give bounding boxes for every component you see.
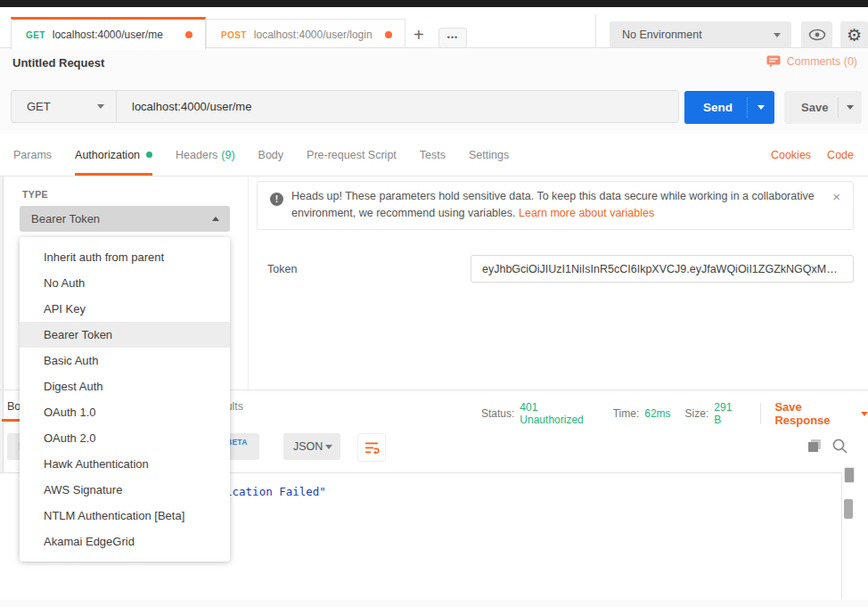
chevron-down-icon [847, 105, 854, 110]
token-input[interactable] [471, 255, 854, 283]
status-value: 401 Unauthorized [520, 401, 598, 426]
divider [760, 403, 761, 424]
cookies-link[interactable]: Cookies [771, 149, 811, 161]
scrollbar-thumb[interactable] [844, 467, 855, 483]
chevron-down-icon [325, 445, 332, 449]
chevron-down-icon [97, 104, 104, 109]
request-tabs: Params Authorization Headers (9) Body Pr… [0, 134, 868, 176]
search-response-button[interactable] [831, 438, 849, 455]
tab-headers[interactable]: Headers (9) [176, 134, 235, 176]
tab-authorization[interactable]: Authorization [75, 134, 152, 176]
language-label: JSON [293, 440, 325, 453]
auth-active-dot-icon [146, 152, 152, 158]
send-button[interactable]: Send [684, 91, 774, 124]
send-label: Send [703, 101, 747, 114]
tab-options-button[interactable]: ••• [438, 28, 467, 48]
code-link[interactable]: Code [827, 149, 854, 161]
token-label: Token [267, 263, 297, 275]
gear-icon: ⚙ [847, 27, 862, 44]
settings-button[interactable]: ⚙ [840, 21, 868, 48]
tab-label: Pre-request Script [307, 149, 397, 161]
save-response-button[interactable]: Save Response [774, 400, 868, 427]
menu-item-inherit-auth[interactable]: Inherit auth from parent [20, 244, 230, 270]
request-url-input[interactable] [117, 91, 678, 122]
comments-label: Comments (0) [787, 55, 857, 68]
menu-item-digest-auth[interactable]: Digest Auth [20, 373, 230, 399]
auth-type-dropdown-menu: Inherit auth from parent No Auth API Key… [20, 237, 230, 562]
request-header-row: Untitled Request Comments (0) [0, 48, 868, 78]
tab-method-badge: GET [26, 30, 45, 40]
tab-post-user-login[interactable]: POST localhost:4000/user/login [206, 19, 405, 50]
new-tab-button[interactable]: + [414, 25, 424, 45]
comments-button[interactable]: Comments (0) [766, 55, 857, 68]
exclamation-icon: ! [270, 193, 283, 206]
unsaved-dot-icon [185, 31, 192, 38]
tab-params[interactable]: Params [13, 134, 52, 176]
menu-item-no-auth[interactable]: No Auth [20, 270, 230, 296]
response-body-text: ication Failed" [225, 485, 326, 498]
method-label: GET [27, 100, 97, 113]
time-label: Time: [613, 407, 640, 420]
menu-item-oauth-2[interactable]: OAuth 2.0 [20, 425, 230, 451]
time-value: 62ms [644, 407, 670, 420]
menu-item-api-key[interactable]: API Key [20, 296, 230, 322]
unsaved-dot-icon [385, 31, 392, 38]
tab-get-user-me[interactable]: GET localhost:4000/user/me [11, 17, 206, 50]
save-response-label: Save Response [774, 400, 854, 427]
status-label: Status: [481, 407, 514, 420]
auth-type-selector[interactable]: Bearer Token [20, 206, 230, 232]
headers-count-badge: (9) [221, 149, 234, 161]
response-language-selector[interactable]: JSON [283, 433, 340, 460]
window-top-edge [0, 0, 868, 7]
environment-quicklook-button[interactable] [801, 21, 832, 48]
tab-url: localhost:4000/user/me [53, 29, 185, 41]
url-group: GET [11, 90, 679, 123]
chevron-down-icon [757, 105, 765, 110]
save-options-button[interactable] [838, 97, 862, 118]
copy-response-button[interactable] [807, 438, 824, 455]
tab-body[interactable]: Body [258, 134, 284, 176]
wrap-text-button[interactable] [357, 433, 386, 462]
request-tab-bar: GET localhost:4000/user/me POST localhos… [0, 7, 868, 49]
menu-item-bearer-token[interactable]: Bearer Token [20, 322, 230, 348]
tab-label: Params [13, 149, 52, 161]
method-selector[interactable]: GET [12, 91, 117, 122]
page-title: Untitled Request [12, 56, 104, 70]
menu-item-akamai[interactable]: Akamai EdgeGrid [20, 529, 230, 554]
chevron-up-icon [212, 217, 219, 221]
search-icon [831, 438, 848, 455]
comment-icon [766, 55, 781, 68]
wrap-text-icon [364, 441, 380, 455]
request-builder-row: GET Send Save [0, 78, 868, 134]
postman-app: GET localhost:4000/user/me POST localhos… [0, 0, 868, 607]
scrollbar-track [841, 472, 842, 599]
menu-item-oauth-1[interactable]: OAuth 1.0 [20, 399, 230, 425]
tab-url: localhost:4000/user/login [254, 29, 385, 41]
send-options-button[interactable] [747, 97, 774, 118]
menu-item-ntlm[interactable]: NTLM Authentication [Beta] [20, 503, 230, 529]
tab-settings[interactable]: Settings [469, 134, 509, 176]
environment-selector[interactable]: No Environment [610, 21, 791, 48]
environment-label: No Environment [622, 29, 774, 41]
size-value: 291 B [714, 401, 740, 426]
menu-item-aws-signature[interactable]: AWS Signature [20, 477, 230, 503]
menu-item-basic-auth[interactable]: Basic Auth [20, 348, 230, 373]
tab-pre-request-script[interactable]: Pre-request Script [307, 134, 397, 176]
menu-item-hawk[interactable]: Hawk Authentication [20, 451, 230, 477]
tab-tests[interactable]: Tests [420, 134, 446, 176]
tab-label: Authorization [75, 149, 140, 161]
divider [248, 176, 249, 390]
tab-label: Tests [420, 149, 446, 161]
size-label: Size: [685, 407, 709, 420]
tab-label: Body [258, 149, 284, 161]
eye-icon [808, 29, 826, 41]
save-button[interactable]: Save [784, 91, 862, 124]
learn-more-link[interactable]: Learn more about variables [519, 207, 654, 219]
bottom-gutter [0, 600, 868, 607]
auth-type-value: Bearer Token [31, 212, 212, 226]
response-meta-bar: Status: 401 Unauthorized Time: 62ms Size… [481, 400, 868, 427]
close-icon[interactable]: × [832, 189, 840, 204]
scrollbar-thumb[interactable] [844, 499, 853, 519]
tab-label: Headers [176, 149, 217, 161]
chevron-down-icon [774, 33, 781, 37]
